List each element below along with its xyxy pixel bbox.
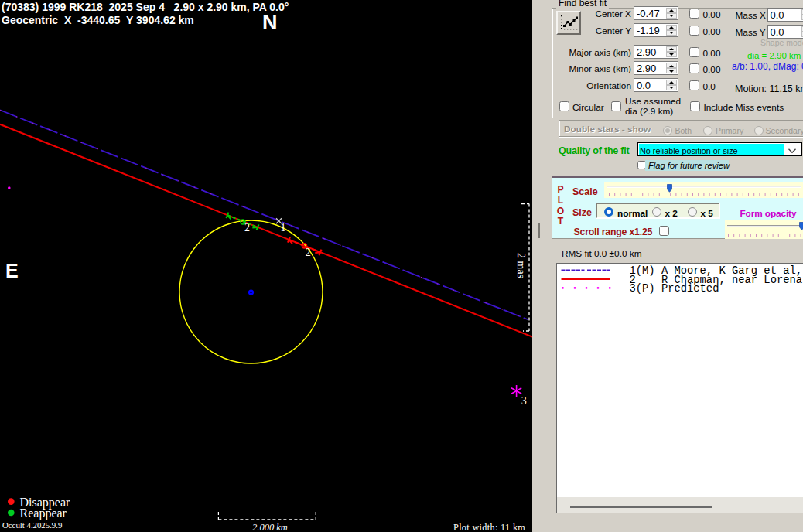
svg-text:1: 1 [281,222,286,234]
svg-text:3: 3 [521,395,527,407]
svg-text:Geocentric X -3440.65 Y 390: Geocentric X -3440.65 Y 3904.62 km [2,14,194,26]
svg-text:E: E [5,260,19,281]
svg-text:Plot width: 11 km: Plot width: 11 km [453,522,525,532]
svg-text:3(P) Predicted: 3(P) Predicted [630,283,719,295]
svg-text:2 mas: 2 mas [515,253,527,278]
svg-text:(70383) 1999 RK218 2025 Sep 4: (70383) 1999 RK218 2025 Sep 4 2.90 x 2.9… [2,1,289,13]
svg-text:2.000 km: 2.000 km [252,522,288,532]
svg-text:Occult 4.2025.9.9: Occult 4.2025.9.9 [2,520,62,530]
svg-text:N: N [262,11,278,34]
svg-text:Reappear: Reappear [20,506,67,520]
svg-text:2: 2 [306,247,311,258]
svg-text:2: 2 [244,222,250,234]
